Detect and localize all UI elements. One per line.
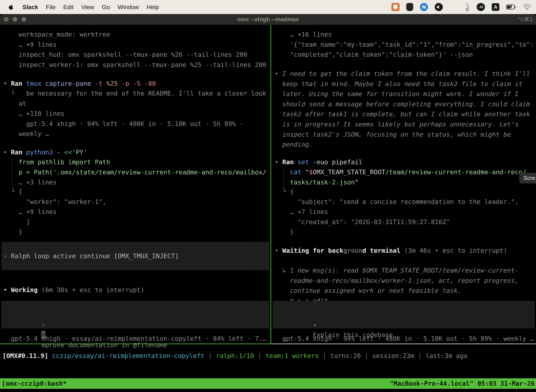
terminal-line: at [3, 98, 266, 109]
terminal-line: … +3 lines [3, 177, 266, 187]
text-segment: ralph:1/10 [216, 352, 254, 359]
right-prompt-text: › Explain this codebase [275, 310, 393, 350]
text-segment: continue assigned work or next feasible … [275, 287, 461, 294]
terminal-line: gpt-5.4 xhigh · essay/ai-reimplementatio… [3, 334, 266, 344]
battery-percent-icon[interactable]: ..61 [477, 3, 485, 11]
tmux-host-clock-label: "MacBook-Pro-44.local" 05:03 31-Mar-26 [390, 378, 535, 389]
terminal-line: "subject": "send a concise recommendatio… [275, 197, 519, 207]
chat-app-icon[interactable] [392, 3, 400, 11]
terminal-line: … +7 lines [275, 207, 519, 217]
text-segment: readme-and-reco/mailbox/worker-1.json, a… [275, 277, 519, 284]
text-segment: gpt-5.4 xhigh · 94% left · 488K in · 5.1… [275, 335, 534, 342]
menu-bar-status-icons: ..61 A [392, 3, 536, 11]
pane-divider[interactable] [270, 25, 271, 344]
terminal-line: › Ralph loop active continue [OMX_TMUX_I… [3, 251, 179, 261]
tmux-session-label[interactable]: [omx-cczip0:bash* [2, 378, 67, 389]
text-segment: keep that in mind. Maybe I also need the… [275, 80, 522, 88]
text-segment [118, 80, 121, 87]
text-segment: from pathlib import Path [3, 159, 110, 166]
text-segment: " [355, 179, 359, 186]
terminal-line: └ be necessary for the end of the README… [3, 88, 266, 98]
screen-tooltip: Scre [519, 173, 536, 183]
apple-menu-icon[interactable] [8, 4, 14, 10]
prompt-chevron: › [42, 321, 49, 328]
text-segment: d terminal [362, 247, 401, 254]
terminal-line: keep that in mind. Maybe I also need the… [275, 79, 530, 89]
terminal-line: pending. [275, 140, 530, 150]
terminal-line: └ { [3, 187, 106, 197]
text-segment: Ran [11, 80, 22, 87]
keyboard-layout-icon[interactable]: A [492, 3, 499, 11]
terminal-line: ↳ 1 new msg(s): read $OMX_TEAM_STATE_ROO… [275, 265, 519, 275]
terminal-line: from pathlib import Path [3, 157, 266, 167]
text-segment [91, 80, 95, 87]
screen: Slack File Edit View Go Window Help [0, 0, 536, 392]
terminal-line: later. Using the same for transition mig… [275, 89, 530, 99]
battery-charging-icon[interactable] [506, 5, 516, 9]
python-output-block: └ { "worker": "worker-1", … +9 lines ] } [3, 187, 106, 237]
text-segment: | [205, 352, 216, 359]
text-segment: Waiting for back [282, 247, 343, 254]
text-segment: … +9 lines [3, 41, 57, 48]
terminal-line: └ { [275, 187, 519, 197]
text-segment: inspect task2's JSON, focusing on the st… [275, 131, 511, 138]
text-segment: Ran [11, 149, 22, 156]
text-segment: Ran [282, 159, 294, 166]
squiggle-icon[interactable] [464, 3, 470, 11]
text-segment: should send a message before completing … [275, 100, 530, 108]
dark-disc-icon[interactable] [435, 3, 443, 11]
text-segment: [OMX#0.11.9] [2, 352, 48, 359]
text-segment [22, 80, 26, 87]
text-segment: groun [343, 247, 362, 254]
python-code-block: from pathlib import Path p = Path('.omx/… [3, 157, 266, 187]
menu-item-go[interactable]: Go [102, 4, 110, 10]
text-segment: gpt-5.4 xhigh · essay/ai-reimplementatio… [3, 335, 266, 342]
wifi-glyph [523, 4, 531, 10]
text-segment: -t [95, 80, 102, 87]
menu-item-edit[interactable]: Edit [63, 4, 74, 10]
dots-grid-icon[interactable] [450, 3, 458, 11]
prompt-chevron: › [313, 321, 321, 328]
terminal-line: workspace_mode: worktree [3, 29, 266, 40]
text-segment: at [3, 100, 26, 107]
text-segment: • [275, 159, 282, 166]
app-menu-slack[interactable]: Slack [23, 4, 38, 10]
text-segment: python3 [26, 149, 53, 156]
terminal-line: • Ran tmux capture-pane -t %25 -p -S -80 [3, 79, 156, 89]
terminal-window: omx --xhigh --madmax ⌥⌘1 workspace_mode:… [0, 14, 536, 392]
text-segment: (3m 46s • esc to interrupt) [400, 247, 507, 254]
text-segment: capture-pane [45, 80, 91, 87]
shield-grid-icon[interactable] [406, 3, 413, 11]
left-model-status: gpt-5.4 xhigh · essay/ai-reimplementatio… [3, 334, 266, 344]
menu-item-help[interactable]: Help [147, 4, 159, 10]
terminal-line: … +16 lines [275, 29, 534, 40]
text-segment: OMX_TEAM_STATE_ROOT [313, 168, 385, 176]
terminal-line: [OMX#0.11.9] cczip/essay/ai-reimplementa… [2, 351, 467, 361]
text-segment: inspect_hud: omx sparkshell --tmux-pane … [3, 51, 247, 58]
menu-item-view[interactable]: View [81, 4, 94, 10]
terminal-line: is in progress? It seems likely but perh… [275, 119, 530, 129]
text-segment: later. Using the same for transition mig… [275, 90, 519, 98]
right-model-status: gpt-5.4 xhigh · 94% left · 488K in · 5.1… [275, 334, 534, 344]
wifi-icon[interactable] [523, 4, 531, 10]
text-segment: -p -S -80 [121, 80, 156, 87]
text-segment: cat [290, 168, 302, 176]
terminal-line: • I need to get the claim token from the… [275, 69, 530, 79]
tmux-status-bar: [omx-cczip0:bash* "MacBook-Pro-44.local"… [0, 378, 536, 389]
ran-tmux-output: └ be necessary for the end of the README… [3, 88, 266, 139]
text-segment: task2 after task1 is complete, but can I… [275, 111, 530, 118]
terminal-line: "worker": "worker-1", [3, 197, 106, 207]
cat-output-block: └ { "subject": "send a concise recommend… [275, 187, 519, 237]
text-segment: "completed","claim_token":"claim-token"}… [275, 51, 473, 58]
mailbox-note-block: ↳ 1 new msg(s): read $OMX_TEAM_STATE_ROO… [275, 265, 519, 306]
text-segment: └ be necessary for the end of the README… [3, 90, 266, 97]
window-title-bar: omx --xhigh --madmax ⌥⌘1 [0, 14, 536, 25]
terminal-line: } [3, 227, 106, 237]
terminal-line: … +9 lines [3, 207, 106, 217]
terminal-line: • Waiting for background terminal (3m 46… [275, 246, 507, 256]
menu-item-window[interactable]: Window [118, 4, 139, 10]
terminal-line: "completed","claim_token":"claim-token"}… [275, 50, 534, 60]
menu-item-file[interactable]: File [46, 4, 56, 10]
text-segment: " [305, 168, 309, 176]
blue-badge-icon[interactable] [420, 3, 428, 11]
